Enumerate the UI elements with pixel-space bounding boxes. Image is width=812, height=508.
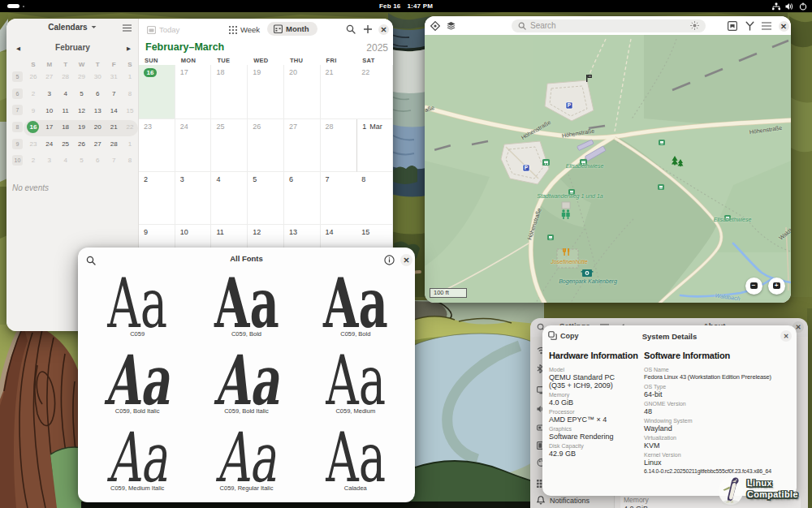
month-day-cell[interactable]: 19: [248, 65, 284, 119]
mini-day-cell[interactable]: 17: [41, 118, 58, 136]
mini-day-cell[interactable]: 6: [89, 153, 106, 170]
mini-day-cell[interactable]: 26: [74, 136, 90, 153]
mini-day-cell[interactable]: 2: [25, 153, 41, 170]
mini-day-cell[interactable]: 28: [106, 136, 122, 153]
mini-day-cell[interactable]: 18: [58, 118, 74, 136]
current-location-icon[interactable]: [430, 21, 440, 31]
month-day-cell[interactable]: 20: [284, 65, 321, 119]
mini-day-cell[interactable]: 25: [58, 136, 74, 153]
menu-icon[interactable]: [123, 24, 132, 32]
month-day-cell[interactable]: 1Mar: [356, 119, 393, 172]
mini-day-cell[interactable]: 23: [25, 136, 41, 153]
hardware-heading: Hardware Information: [549, 351, 642, 360]
close-button[interactable]: ✕: [400, 254, 412, 266]
month-day-cell[interactable]: 23: [139, 119, 175, 172]
mini-day-cell[interactable]: 4: [58, 85, 74, 102]
month-day-cell[interactable]: 27: [284, 119, 321, 172]
menu-icon[interactable]: [762, 22, 771, 30]
mini-day-cell[interactable]: 5: [74, 153, 90, 170]
mini-day-cell[interactable]: 6: [89, 85, 106, 102]
close-button[interactable]: ✕: [378, 24, 389, 35]
mini-day-cell[interactable]: 11: [58, 102, 74, 119]
map-label: Höhenstraße: [520, 119, 552, 140]
month-day-cell[interactable]: 24: [175, 119, 212, 172]
month-day-cell[interactable]: 16: [139, 65, 175, 119]
mini-day-cell[interactable]: 9: [25, 102, 41, 119]
calendars-dropdown[interactable]: Calendars: [6, 19, 138, 36]
month-day-cell[interactable]: 2: [139, 172, 175, 225]
close-button[interactable]: ✕: [779, 21, 789, 32]
mini-day-cell[interactable]: 22: [122, 118, 138, 136]
clock-menu[interactable]: Feb 161:47 PM: [0, 0, 812, 12]
month-day-cell[interactable]: 8: [356, 172, 393, 225]
week-view-button[interactable]: Week: [229, 25, 260, 34]
mini-day-cell[interactable]: 19: [74, 118, 90, 136]
mini-day-cell[interactable]: 24: [41, 136, 58, 153]
mini-day-cell[interactable]: 1: [122, 69, 138, 86]
mini-day-cell[interactable]: 7: [106, 153, 122, 170]
mini-day-cell[interactable]: 5: [74, 85, 90, 102]
mini-day-cell[interactable]: 30: [89, 69, 106, 86]
search-icon[interactable]: [346, 24, 356, 34]
mini-day-number: 5: [80, 90, 83, 97]
mini-day-cell[interactable]: 31: [106, 69, 122, 86]
mini-day-cell[interactable]: 1: [122, 136, 138, 153]
info-field: GNOME Version48: [644, 401, 792, 415]
mini-day-cell[interactable]: 3: [41, 85, 58, 102]
font-tile[interactable]: Aa C059, Bold Italic: [192, 346, 300, 423]
brightness-icon[interactable]: [690, 21, 699, 30]
next-month-icon[interactable]: ▶: [127, 45, 131, 52]
zoom-out-button[interactable]: −: [745, 278, 762, 295]
month-day-cell[interactable]: 5: [248, 172, 284, 225]
font-tile[interactable]: Aa C059: [83, 269, 192, 346]
mini-day-cell[interactable]: 4: [58, 153, 74, 170]
font-tile[interactable]: Aa C059, Bold Italic: [83, 346, 192, 423]
month-day-cell[interactable]: 3: [175, 172, 212, 225]
font-tile[interactable]: Aa C059, Bold: [301, 269, 410, 346]
mini-day-cell[interactable]: 15: [122, 102, 138, 119]
route-icon[interactable]: [745, 21, 754, 31]
month-day-cell[interactable]: 22: [356, 65, 393, 119]
favorites-icon[interactable]: [728, 21, 737, 31]
mini-day-cell[interactable]: 29: [74, 69, 90, 86]
layers-icon[interactable]: [447, 22, 456, 30]
today-button[interactable]: Today: [147, 25, 179, 34]
zoom-in-button[interactable]: +: [768, 278, 785, 295]
mini-day-cell[interactable]: 10: [41, 102, 58, 119]
mini-day-cell[interactable]: 27: [41, 69, 58, 86]
month-day-cell[interactable]: 25: [211, 119, 248, 172]
mini-day-cell[interactable]: 21: [106, 118, 122, 136]
maps-search-field[interactable]: Search: [512, 19, 706, 32]
mini-day-cell[interactable]: 28: [58, 69, 74, 86]
mini-day-cell[interactable]: 20: [89, 118, 106, 136]
mini-day-cell[interactable]: 7: [106, 85, 122, 102]
font-tile[interactable]: Aa C059, Regular Italic: [192, 423, 300, 500]
month-day-cell[interactable]: 28: [321, 119, 357, 172]
mini-day-cell[interactable]: 13: [89, 102, 106, 119]
mini-day-cell[interactable]: 3: [41, 153, 58, 170]
map-view[interactable]: P P: [425, 35, 791, 303]
font-tile[interactable]: Aa C059, Bold: [192, 269, 300, 346]
month-day-cell[interactable]: 17: [175, 65, 212, 119]
month-day-cell[interactable]: 7: [321, 172, 357, 225]
mini-day-cell[interactable]: 16: [25, 118, 41, 136]
mini-day-cell[interactable]: 12: [74, 102, 90, 119]
mini-day-cell[interactable]: 8: [122, 85, 138, 102]
mini-day-cell[interactable]: 8: [122, 153, 138, 170]
add-event-icon[interactable]: [363, 24, 373, 34]
mini-day-cell[interactable]: 26: [25, 69, 41, 86]
mini-day-cell[interactable]: 27: [89, 136, 106, 153]
month-view-button[interactable]: Month: [267, 22, 317, 36]
month-day-cell[interactable]: 21: [321, 65, 357, 119]
month-day-cell[interactable]: 6: [284, 172, 321, 225]
font-tile[interactable]: Aa Caladea: [301, 423, 410, 500]
system-status-area[interactable]: [772, 0, 807, 12]
mini-day-cell[interactable]: 14: [106, 102, 122, 119]
mini-day-cell[interactable]: 2: [25, 85, 41, 102]
month-day-cell[interactable]: 4: [211, 172, 248, 225]
month-day-cell[interactable]: 26: [248, 119, 284, 172]
dialog-close-button[interactable]: ✕: [780, 330, 792, 342]
month-day-cell[interactable]: 18: [211, 65, 248, 119]
font-tile[interactable]: Aa C059, Medium Italic: [83, 423, 192, 500]
font-tile[interactable]: Aa C059, Medium: [301, 346, 410, 423]
